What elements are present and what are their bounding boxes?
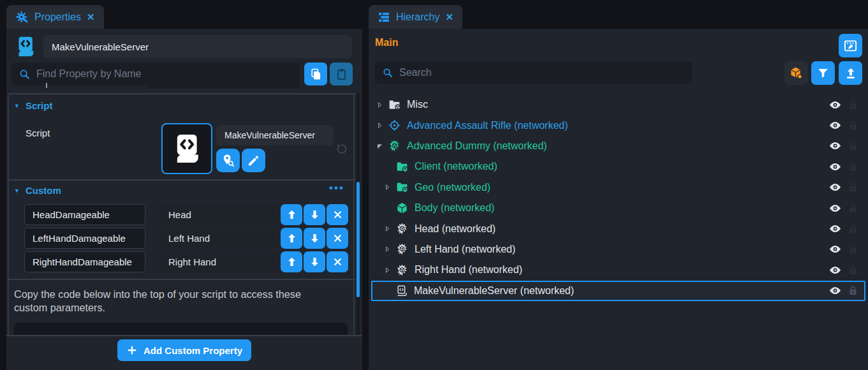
lock-icon[interactable] (847, 243, 859, 255)
tree-item-makevulnerableserver[interactable]: MakeVulnerableServer (networked) (371, 281, 865, 301)
visibility-eye-icon[interactable] (828, 202, 842, 215)
triangle-expanded-icon (376, 142, 384, 151)
x-icon (332, 256, 343, 267)
hierarchy-tab[interactable]: Hierarchy ✕ (369, 5, 462, 29)
paste-properties-button[interactable] (330, 63, 353, 85)
move-down-button[interactable] (304, 251, 325, 272)
tree-item-body[interactable]: Body (networked) (371, 198, 865, 218)
triangle-collapsed-icon (376, 121, 384, 130)
visibility-eye-icon[interactable] (828, 222, 842, 235)
collapse-arrow-icon[interactable]: ▼ (14, 103, 20, 109)
custom-property-value-field[interactable]: Right Hand (161, 251, 279, 272)
custom-property-name-field[interactable]: HeadDamageable (24, 204, 145, 225)
script-asset-thumbnail[interactable] (161, 123, 212, 174)
tree-item-geo[interactable]: Geo (networked) (371, 177, 865, 198)
folder-pin-icon (395, 181, 409, 194)
gear-wrench-icon (15, 10, 29, 24)
object-name-field[interactable]: MakeVulnerableServer (43, 35, 352, 58)
triangle-collapsed-icon (383, 182, 392, 192)
visibility-eye-icon[interactable] (828, 98, 842, 112)
visibility-eye-icon[interactable] (828, 160, 842, 174)
custom-property-name-field[interactable]: LeftHandDamageable (24, 228, 145, 249)
lock-icon[interactable] (847, 161, 859, 173)
tree-item-client[interactable]: Client (networked) (371, 156, 865, 177)
expander[interactable] (383, 244, 392, 254)
networked-filter-button[interactable] (784, 61, 808, 85)
expander[interactable] (383, 182, 392, 192)
search-icon (18, 68, 31, 80)
script-section-header[interactable]: ▼ Script (14, 100, 52, 111)
x-icon (332, 209, 343, 220)
tree-item-misc[interactable]: Misc (371, 94, 865, 115)
search-icon (382, 67, 394, 78)
clipped-row-remnant (46, 83, 47, 88)
hierarchy-search-input[interactable] (399, 67, 685, 78)
lock-icon[interactable] (847, 140, 859, 152)
visibility-eye-icon[interactable] (828, 181, 842, 194)
expander[interactable] (383, 224, 392, 233)
move-down-button[interactable] (304, 204, 325, 225)
move-up-button[interactable] (281, 204, 302, 225)
lock-icon[interactable] (847, 264, 859, 276)
tree-item-left-hand[interactable]: Left Hand (networked) (371, 239, 865, 260)
lock-icon[interactable] (847, 99, 859, 111)
reset-icon[interactable] (335, 142, 348, 156)
lock-icon[interactable] (847, 181, 859, 193)
scrollbar-thumb[interactable] (357, 182, 360, 297)
move-down-button[interactable] (304, 228, 325, 249)
tree-item-label: Misc (407, 99, 428, 110)
expander[interactable] (376, 142, 384, 151)
delete-property-button[interactable] (327, 251, 348, 272)
script-name-field[interactable]: MakeVulnerableServer (216, 125, 334, 145)
delete-property-button[interactable] (327, 228, 348, 249)
visibility-eye-icon[interactable] (828, 139, 842, 152)
arrow-down-icon (309, 209, 321, 221)
upload-button[interactable] (839, 61, 862, 85)
hierarchy-panel: Main Misc Advanced Assault Rifle (networ… (369, 29, 868, 370)
lock-icon[interactable] (847, 285, 859, 297)
properties-tab[interactable]: Properties ✕ (6, 5, 104, 29)
tree-item-advanced-assault-rifle[interactable]: Advanced Assault Rifle (networked) (371, 115, 865, 135)
pencil-icon (247, 154, 260, 167)
tree-item-advanced-dummy[interactable]: Advanced Dummy (networked) (371, 136, 865, 156)
custom-property-value-field[interactable]: Head (161, 204, 279, 225)
delete-property-button[interactable] (327, 204, 348, 225)
arrow-up-icon (286, 256, 298, 268)
more-menu-icon[interactable]: ••• (329, 182, 344, 195)
triangle-collapsed-icon (383, 265, 392, 275)
funnel-icon (816, 66, 830, 80)
lock-icon[interactable] (847, 119, 859, 131)
visibility-eye-icon[interactable] (828, 119, 842, 132)
visibility-eye-icon[interactable] (828, 284, 842, 297)
find-script-button[interactable] (216, 149, 240, 172)
custom-section-title: Custom (26, 185, 61, 196)
expander[interactable] (376, 100, 384, 110)
property-search-input[interactable] (36, 68, 293, 80)
expander[interactable] (383, 265, 392, 275)
visibility-eye-icon[interactable] (828, 242, 842, 256)
filter-button[interactable] (811, 61, 835, 85)
copy-properties-button[interactable] (304, 63, 327, 85)
tree-item-head[interactable]: Head (networked) (371, 218, 865, 239)
collapse-arrow-icon[interactable]: ▼ (14, 188, 20, 194)
close-icon[interactable]: ✕ (445, 11, 453, 23)
custom-property-value-field[interactable]: Left Hand (161, 228, 279, 249)
custom-help-text: Copy the code below into the top of your… (14, 288, 333, 314)
expander[interactable] (376, 121, 384, 130)
custom-section-header[interactable]: ▼ Custom (14, 185, 61, 196)
folder-pin-icon (395, 160, 409, 174)
code-snippet-block (14, 323, 348, 335)
tree-item-right-hand[interactable]: Right Hand (networked) (371, 260, 865, 280)
lock-icon[interactable] (847, 223, 859, 235)
publish-game-button[interactable] (839, 34, 862, 57)
add-custom-property-button[interactable]: Add Custom Property (117, 339, 251, 361)
move-up-button[interactable] (281, 251, 302, 272)
folder-cube-icon (388, 98, 401, 112)
edit-script-button[interactable] (242, 149, 265, 172)
custom-property-name-field[interactable]: RightHandDamageable (24, 251, 145, 272)
lock-icon[interactable] (847, 202, 859, 214)
move-up-button[interactable] (281, 228, 302, 249)
tree-item-label: Geo (networked) (415, 182, 490, 193)
visibility-eye-icon[interactable] (828, 263, 842, 277)
close-icon[interactable]: ✕ (87, 11, 95, 23)
